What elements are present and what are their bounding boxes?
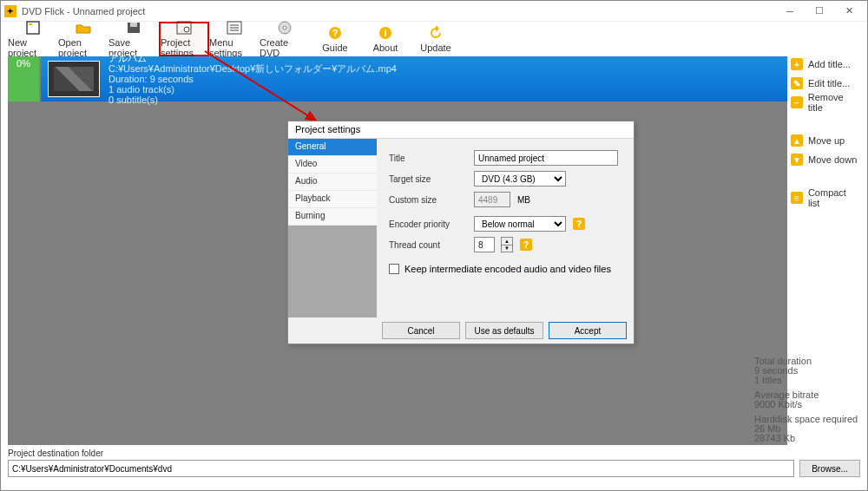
title-path: C:¥Users¥Administrator¥Desktop¥新しいフォルダー¥… <box>108 63 397 74</box>
add-title-button[interactable]: +Add title... <box>791 56 860 72</box>
edit-title-button[interactable]: ✎Edit title... <box>791 75 860 91</box>
project-settings-dialog: Project settings General Video Audio Pla… <box>287 121 635 344</box>
checkbox-icon <box>389 264 399 274</box>
svg-point-11 <box>283 26 286 29</box>
create-dvd-button[interactable]: Create DVD <box>260 22 310 56</box>
title-subs: 0 subtitle(s) <box>108 95 397 105</box>
use-defaults-button[interactable]: Use as defaults <box>465 322 543 339</box>
svg-rect-1 <box>29 23 32 25</box>
tb-label: Guide <box>322 43 347 53</box>
tb-label: Open project <box>58 37 108 58</box>
minimize-button[interactable]: ─ <box>775 2 805 21</box>
list-icon: ≡ <box>791 192 803 204</box>
dialog-title: Project settings <box>288 121 634 139</box>
accept-button[interactable]: Accept <box>549 322 627 339</box>
tab-burning[interactable]: Burning <box>288 208 377 226</box>
dialog-form: Title Target size DVD (4.3 GB) Custom si… <box>377 139 634 318</box>
title-duration: Duration: 9 seconds <box>108 74 397 84</box>
thread-count-field[interactable] <box>474 237 495 252</box>
svg-text:i: i <box>384 28 386 38</box>
destination-input[interactable] <box>8 460 794 477</box>
open-project-button[interactable]: Open project <box>58 22 108 56</box>
save-project-button[interactable]: Save project <box>108 22 159 56</box>
custom-size-field <box>474 192 510 207</box>
compact-list-button[interactable]: ≡Compact list <box>791 190 860 206</box>
titlebar: ✦ DVD Flick - Unnamed project ─ ☐ ✕ <box>1 1 867 22</box>
maximize-button[interactable]: ☐ <box>805 2 834 21</box>
tab-playback[interactable]: Playback <box>288 191 377 208</box>
close-button[interactable]: ✕ <box>834 2 864 21</box>
plus-icon: + <box>791 58 803 70</box>
keep-files-label: Keep intermediate encoded audio and vide… <box>404 264 611 274</box>
sidebar: +Add title... ✎Edit title... −Remove tit… <box>791 56 860 206</box>
thread-count-label: Thread count <box>389 240 467 250</box>
menu-settings-button[interactable]: Menu settings <box>209 22 260 56</box>
destination-label: Project destination folder <box>8 448 860 458</box>
title-name: アルバム <box>108 53 397 63</box>
encoder-priority-label: Encoder priority <box>389 219 467 229</box>
about-button[interactable]: iAbout <box>360 22 411 56</box>
tab-audio[interactable]: Audio <box>288 173 377 191</box>
tab-video[interactable]: Video <box>288 156 377 173</box>
title-info: アルバム C:¥Users¥Administrator¥Desktop¥新しいフ… <box>108 53 397 105</box>
tab-general[interactable]: General <box>288 139 377 156</box>
arrow-down-icon: ▼ <box>791 154 803 166</box>
title-audio: 1 audio track(s) <box>108 84 397 95</box>
custom-size-unit: MB <box>517 195 530 205</box>
progress-bar: 0% <box>8 56 39 101</box>
toolbar: New project Open project Save project Pr… <box>1 22 867 56</box>
custom-size-label: Custom size <box>389 195 467 205</box>
encoder-priority-select[interactable]: Below normal <box>474 216 566 232</box>
target-size-select[interactable]: DVD (4.3 GB) <box>474 171 566 187</box>
move-up-button[interactable]: ▲Move up <box>791 133 860 148</box>
dialog-footer: Cancel Use as defaults Accept <box>288 318 634 344</box>
move-down-button[interactable]: ▼Move down <box>791 152 860 167</box>
svg-point-5 <box>184 27 189 32</box>
browse-button[interactable]: Browse... <box>799 460 860 477</box>
title-field[interactable] <box>474 150 618 166</box>
title-thumbnail <box>48 61 100 97</box>
target-size-label: Target size <box>389 174 467 184</box>
dialog-tabs: General Video Audio Playback Burning <box>288 139 377 318</box>
svg-rect-3 <box>130 23 137 27</box>
tb-label: About <box>373 43 398 53</box>
remove-title-button[interactable]: −Remove title <box>791 95 860 110</box>
window-title: DVD Flick - Unnamed project <box>22 6 145 16</box>
help-icon[interactable]: ? <box>573 218 585 230</box>
help-icon[interactable]: ? <box>520 239 532 251</box>
arrow-up-icon: ▲ <box>791 134 803 147</box>
app-icon: ✦ <box>4 5 16 17</box>
tb-label: New project <box>8 37 58 58</box>
thread-spinner[interactable]: ▲▼ <box>501 237 513 252</box>
tb-label: Update <box>420 43 450 53</box>
destination-bar: Project destination folder Browse... <box>8 448 860 483</box>
guide-button[interactable]: ?Guide <box>310 22 360 56</box>
title-field-label: Title <box>389 154 467 163</box>
cancel-button[interactable]: Cancel <box>382 322 460 339</box>
project-stats: Total duration9 seconds1 titles Average … <box>754 357 858 443</box>
update-button[interactable]: Update <box>411 22 461 56</box>
edit-icon: ✎ <box>791 77 803 89</box>
project-settings-button[interactable]: Project settings <box>159 22 209 56</box>
title-item[interactable]: アルバム C:¥Users¥Administrator¥Desktop¥新しいフ… <box>41 56 787 101</box>
svg-text:?: ? <box>332 28 339 38</box>
new-project-button[interactable]: New project <box>8 22 58 56</box>
keep-files-checkbox[interactable]: Keep intermediate encoded audio and vide… <box>389 264 621 274</box>
minus-icon: − <box>791 96 803 108</box>
